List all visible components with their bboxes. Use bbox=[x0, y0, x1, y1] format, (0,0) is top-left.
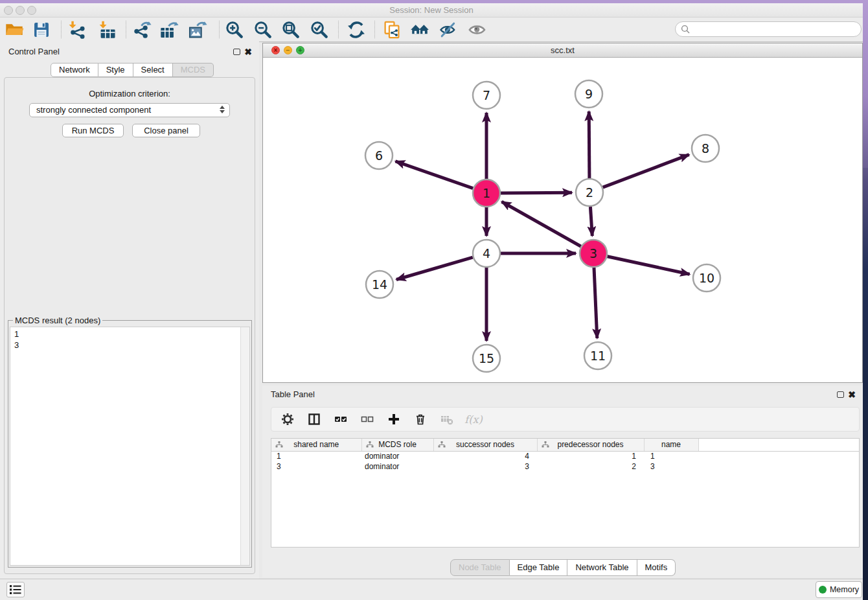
zoom-selected-icon[interactable] bbox=[310, 20, 329, 40]
open-session-icon[interactable] bbox=[5, 20, 24, 40]
edge-1-2[interactable] bbox=[501, 192, 572, 193]
table-row[interactable]: 3dominator323 bbox=[271, 461, 859, 472]
network-graph[interactable]: 1234678910111415 bbox=[263, 58, 862, 382]
control-panel-header: Control Panel ✖ bbox=[0, 41, 259, 62]
node-9[interactable]: 9 bbox=[575, 80, 602, 108]
zoom-in-icon[interactable] bbox=[225, 20, 244, 40]
refresh-view-icon[interactable] bbox=[347, 20, 366, 40]
node-1[interactable]: 1 bbox=[473, 179, 500, 207]
settings-gear-icon[interactable] bbox=[280, 412, 295, 426]
network-window-titlebar[interactable]: × − + scc.txt bbox=[263, 43, 862, 58]
delete-table-icon[interactable] bbox=[440, 412, 454, 426]
node-3[interactable]: 3 bbox=[580, 240, 607, 267]
cell-predecessor-nodes[interactable]: 1 bbox=[537, 451, 644, 461]
add-row-icon[interactable] bbox=[387, 412, 401, 426]
edge-1-6[interactable] bbox=[396, 161, 474, 189]
column-header-label: shared name bbox=[293, 440, 339, 449]
apply-function-icon[interactable]: f(x) bbox=[466, 412, 481, 426]
window-zoom-button[interactable] bbox=[27, 6, 36, 15]
import-table-icon[interactable] bbox=[98, 20, 117, 40]
node-7[interactable]: 7 bbox=[473, 82, 500, 109]
cell-predecessor-nodes[interactable]: 2 bbox=[537, 461, 644, 472]
mcds-result-list[interactable]: 13 bbox=[10, 327, 250, 566]
node-2[interactable]: 2 bbox=[576, 179, 603, 206]
show-all-eye-icon[interactable] bbox=[468, 20, 487, 40]
column-header-successor-nodes[interactable]: successor nodes bbox=[433, 439, 537, 451]
cell-successor-nodes[interactable]: 3 bbox=[433, 461, 537, 472]
export-image-icon[interactable] bbox=[188, 20, 207, 40]
node-6[interactable]: 6 bbox=[365, 142, 393, 169]
node-4[interactable]: 4 bbox=[473, 240, 500, 267]
new-network-icon[interactable] bbox=[132, 20, 152, 40]
edge-2-9[interactable] bbox=[589, 111, 589, 178]
delete-row-icon[interactable] bbox=[413, 412, 428, 426]
tab-node-table[interactable]: Node Table bbox=[450, 559, 510, 576]
node-10[interactable]: 10 bbox=[693, 264, 720, 292]
network-minimize-button[interactable]: − bbox=[284, 46, 292, 54]
export-table-icon[interactable] bbox=[159, 20, 179, 40]
column-header-name[interactable]: name bbox=[644, 439, 698, 451]
tab-mcds[interactable]: MCDS bbox=[173, 63, 214, 77]
cell-name[interactable]: 3 bbox=[644, 461, 698, 472]
float-panel-icon[interactable] bbox=[233, 49, 240, 55]
clone-network-icon[interactable] bbox=[382, 20, 402, 40]
task-history-button[interactable] bbox=[6, 582, 25, 597]
run-mcds-button[interactable]: Run MCDS bbox=[62, 124, 124, 137]
zoom-fit-icon[interactable] bbox=[281, 20, 301, 40]
cell-shared-name[interactable]: 3 bbox=[271, 461, 361, 472]
edge-3-1[interactable] bbox=[502, 202, 581, 246]
close-panel-button[interactable]: Close panel bbox=[132, 124, 200, 137]
hide-selected-eye-icon[interactable] bbox=[439, 20, 458, 40]
tab-select[interactable]: Select bbox=[133, 63, 173, 77]
node-14[interactable]: 14 bbox=[366, 271, 393, 298]
edge-4-14[interactable] bbox=[396, 257, 473, 279]
cell-successor-nodes[interactable]: 4 bbox=[433, 451, 537, 461]
cell-mcds-role[interactable]: dominator bbox=[361, 451, 433, 461]
show-columns-icon[interactable] bbox=[307, 412, 321, 426]
column-header-predecessor-nodes[interactable]: predecessor nodes bbox=[537, 439, 644, 451]
optimization-select[interactable]: strongly connected component bbox=[29, 103, 230, 117]
cell-name[interactable]: 1 bbox=[644, 451, 698, 461]
result-item[interactable]: 1 bbox=[10, 327, 249, 340]
deselect-all-rows-icon[interactable] bbox=[360, 412, 374, 426]
cell-mcds-role[interactable]: dominator bbox=[361, 461, 433, 472]
cell-shared-name[interactable]: 1 bbox=[271, 451, 361, 461]
home-icon[interactable] bbox=[410, 20, 429, 40]
mcds-result-group: MCDS result (2 nodes) 13 bbox=[8, 320, 252, 568]
import-network-icon[interactable] bbox=[67, 20, 87, 40]
search-field[interactable] bbox=[675, 21, 862, 37]
network-close-button[interactable]: × bbox=[271, 46, 280, 54]
select-all-rows-icon[interactable] bbox=[334, 412, 348, 426]
edge-3-11[interactable] bbox=[594, 268, 597, 338]
node-8[interactable]: 8 bbox=[692, 135, 719, 162]
network-zoom-button[interactable]: + bbox=[296, 46, 304, 54]
result-item[interactable]: 3 bbox=[10, 340, 249, 351]
save-session-icon[interactable] bbox=[32, 20, 51, 40]
table-row[interactable]: 1dominator411 bbox=[271, 451, 859, 461]
edge-2-3[interactable] bbox=[590, 207, 592, 236]
main-toolbar bbox=[0, 17, 863, 42]
tab-network[interactable]: Network bbox=[51, 63, 98, 77]
zoom-out-icon[interactable] bbox=[253, 20, 273, 40]
memory-button[interactable]: Memory bbox=[816, 581, 862, 598]
tab-motifs[interactable]: Motifs bbox=[637, 559, 676, 576]
edge-3-10[interactable] bbox=[608, 257, 690, 275]
node-15[interactable]: 15 bbox=[473, 345, 500, 372]
network-canvas[interactable]: 1234678910111415 bbox=[263, 58, 862, 382]
node-11[interactable]: 11 bbox=[584, 342, 611, 369]
edge-2-8[interactable] bbox=[603, 155, 689, 188]
table-panel: Table Panel ✖ f(x) sha bbox=[262, 386, 863, 577]
window-minimize-button[interactable] bbox=[16, 6, 25, 15]
float-table-panel-icon[interactable] bbox=[837, 391, 844, 398]
tab-network-table[interactable]: Network Table bbox=[567, 559, 637, 576]
search-input[interactable] bbox=[693, 25, 856, 34]
column-header-mcds-role[interactable]: MCDS role bbox=[361, 439, 433, 451]
close-panel-icon[interactable]: ✖ bbox=[244, 49, 252, 55]
column-header-shared-name[interactable]: shared name bbox=[271, 439, 361, 451]
result-scrollbar[interactable] bbox=[240, 327, 249, 565]
select-stepper-icon bbox=[220, 106, 225, 113]
tab-style[interactable]: Style bbox=[98, 63, 133, 77]
close-table-panel-icon[interactable]: ✖ bbox=[848, 391, 856, 398]
tab-edge-table[interactable]: Edge Table bbox=[510, 559, 568, 576]
window-close-button[interactable] bbox=[4, 6, 13, 15]
